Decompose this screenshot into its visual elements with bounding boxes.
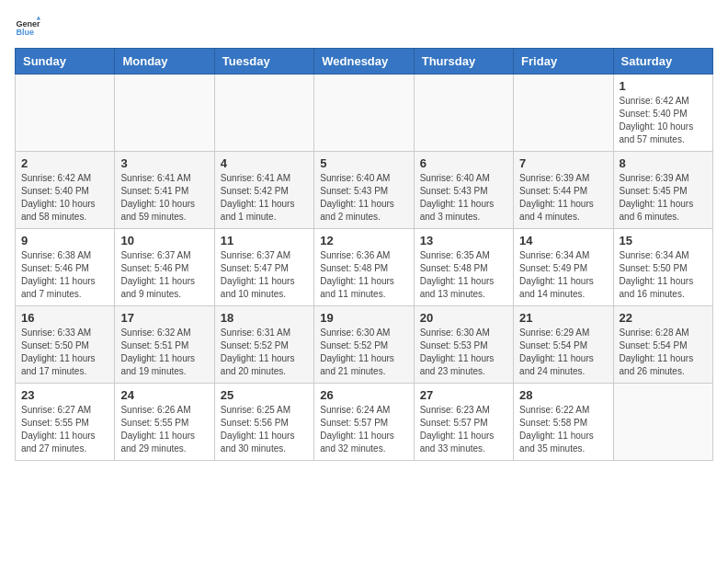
day-number: 26 xyxy=(320,388,407,402)
day-info: Sunrise: 6:37 AM Sunset: 5:47 PM Dayligh… xyxy=(221,249,308,301)
calendar-cell: 9Sunrise: 6:38 AM Sunset: 5:46 PM Daylig… xyxy=(16,229,115,306)
day-number: 18 xyxy=(221,311,308,325)
svg-text:General: General xyxy=(16,19,40,29)
day-info: Sunrise: 6:34 AM Sunset: 5:49 PM Dayligh… xyxy=(519,249,607,301)
calendar-cell xyxy=(314,75,414,152)
weekday-header: Thursday xyxy=(414,49,513,75)
calendar-cell: 7Sunrise: 6:39 AM Sunset: 5:44 PM Daylig… xyxy=(514,152,613,229)
day-number: 27 xyxy=(420,388,507,402)
day-info: Sunrise: 6:23 AM Sunset: 5:57 PM Dayligh… xyxy=(420,404,507,455)
day-info: Sunrise: 6:36 AM Sunset: 5:48 PM Dayligh… xyxy=(320,249,407,301)
day-number: 5 xyxy=(320,156,407,170)
calendar-cell: 13Sunrise: 6:35 AM Sunset: 5:48 PM Dayli… xyxy=(414,229,513,306)
calendar-cell xyxy=(115,75,214,152)
day-number: 28 xyxy=(519,388,607,402)
day-info: Sunrise: 6:29 AM Sunset: 5:54 PM Dayligh… xyxy=(519,327,607,378)
calendar-cell: 12Sunrise: 6:36 AM Sunset: 5:48 PM Dayli… xyxy=(314,229,414,306)
day-number: 6 xyxy=(420,156,507,170)
day-number: 7 xyxy=(519,156,607,170)
calendar-cell xyxy=(613,384,712,461)
calendar-cell: 27Sunrise: 6:23 AM Sunset: 5:57 PM Dayli… xyxy=(414,384,513,461)
svg-marker-2 xyxy=(37,16,40,19)
day-info: Sunrise: 6:41 AM Sunset: 5:41 PM Dayligh… xyxy=(120,172,208,224)
day-info: Sunrise: 6:30 AM Sunset: 5:52 PM Dayligh… xyxy=(320,327,407,378)
day-info: Sunrise: 6:27 AM Sunset: 5:55 PM Dayligh… xyxy=(21,404,108,455)
weekday-header: Wednesday xyxy=(314,49,414,75)
calendar-cell xyxy=(214,75,313,152)
day-info: Sunrise: 6:25 AM Sunset: 5:56 PM Dayligh… xyxy=(221,404,308,455)
page-header: General Blue xyxy=(15,15,713,40)
day-number: 2 xyxy=(21,156,108,170)
calendar-cell xyxy=(414,75,513,152)
weekday-header: Monday xyxy=(115,49,214,75)
day-info: Sunrise: 6:42 AM Sunset: 5:40 PM Dayligh… xyxy=(620,95,707,146)
calendar-cell: 25Sunrise: 6:25 AM Sunset: 5:56 PM Dayli… xyxy=(214,384,313,461)
day-number: 3 xyxy=(120,156,208,170)
day-number: 25 xyxy=(221,388,308,402)
day-info: Sunrise: 6:41 AM Sunset: 5:42 PM Dayligh… xyxy=(221,172,308,224)
day-number: 1 xyxy=(620,79,707,93)
day-number: 10 xyxy=(120,234,208,247)
day-info: Sunrise: 6:38 AM Sunset: 5:46 PM Dayligh… xyxy=(21,249,108,301)
day-info: Sunrise: 6:33 AM Sunset: 5:50 PM Dayligh… xyxy=(21,327,108,378)
day-number: 9 xyxy=(21,234,108,247)
day-info: Sunrise: 6:26 AM Sunset: 5:55 PM Dayligh… xyxy=(120,404,208,455)
day-info: Sunrise: 6:39 AM Sunset: 5:45 PM Dayligh… xyxy=(620,172,707,224)
day-info: Sunrise: 6:39 AM Sunset: 5:44 PM Dayligh… xyxy=(519,172,607,224)
day-info: Sunrise: 6:30 AM Sunset: 5:53 PM Dayligh… xyxy=(420,327,507,378)
day-number: 19 xyxy=(320,311,407,325)
day-info: Sunrise: 6:35 AM Sunset: 5:48 PM Dayligh… xyxy=(420,249,507,301)
day-number: 17 xyxy=(120,311,208,325)
day-info: Sunrise: 6:28 AM Sunset: 5:54 PM Dayligh… xyxy=(620,327,707,378)
day-number: 24 xyxy=(120,388,208,402)
day-info: Sunrise: 6:40 AM Sunset: 5:43 PM Dayligh… xyxy=(420,172,507,224)
calendar-cell: 23Sunrise: 6:27 AM Sunset: 5:55 PM Dayli… xyxy=(16,384,115,461)
day-number: 13 xyxy=(420,234,507,247)
calendar: SundayMondayTuesdayWednesdayThursdayFrid… xyxy=(15,48,713,461)
day-number: 20 xyxy=(420,311,507,325)
calendar-cell: 10Sunrise: 6:37 AM Sunset: 5:46 PM Dayli… xyxy=(115,229,214,306)
day-number: 16 xyxy=(21,311,108,325)
calendar-header: SundayMondayTuesdayWednesdayThursdayFrid… xyxy=(16,49,713,75)
day-info: Sunrise: 6:31 AM Sunset: 5:52 PM Dayligh… xyxy=(221,327,308,378)
day-number: 15 xyxy=(620,234,707,247)
calendar-cell: 6Sunrise: 6:40 AM Sunset: 5:43 PM Daylig… xyxy=(414,152,513,229)
calendar-cell: 28Sunrise: 6:22 AM Sunset: 5:58 PM Dayli… xyxy=(514,384,613,461)
logo: General Blue xyxy=(15,15,44,40)
day-number: 21 xyxy=(519,311,607,325)
calendar-cell: 24Sunrise: 6:26 AM Sunset: 5:55 PM Dayli… xyxy=(115,384,214,461)
calendar-cell xyxy=(514,75,613,152)
day-info: Sunrise: 6:42 AM Sunset: 5:40 PM Dayligh… xyxy=(21,172,108,224)
day-number: 14 xyxy=(519,234,607,247)
day-number: 22 xyxy=(620,311,707,325)
calendar-cell: 4Sunrise: 6:41 AM Sunset: 5:42 PM Daylig… xyxy=(214,152,313,229)
calendar-cell: 11Sunrise: 6:37 AM Sunset: 5:47 PM Dayli… xyxy=(214,229,313,306)
calendar-cell: 22Sunrise: 6:28 AM Sunset: 5:54 PM Dayli… xyxy=(613,306,712,384)
day-info: Sunrise: 6:24 AM Sunset: 5:57 PM Dayligh… xyxy=(320,404,407,455)
day-info: Sunrise: 6:40 AM Sunset: 5:43 PM Dayligh… xyxy=(320,172,407,224)
calendar-cell: 26Sunrise: 6:24 AM Sunset: 5:57 PM Dayli… xyxy=(314,384,414,461)
calendar-cell: 15Sunrise: 6:34 AM Sunset: 5:50 PM Dayli… xyxy=(613,229,712,306)
calendar-cell: 18Sunrise: 6:31 AM Sunset: 5:52 PM Dayli… xyxy=(214,306,313,384)
calendar-cell xyxy=(16,75,115,152)
calendar-cell: 14Sunrise: 6:34 AM Sunset: 5:49 PM Dayli… xyxy=(514,229,613,306)
weekday-header: Sunday xyxy=(16,49,115,75)
day-number: 12 xyxy=(320,234,407,247)
calendar-body: 1Sunrise: 6:42 AM Sunset: 5:40 PM Daylig… xyxy=(16,75,713,461)
day-info: Sunrise: 6:32 AM Sunset: 5:51 PM Dayligh… xyxy=(120,327,208,378)
calendar-cell: 2Sunrise: 6:42 AM Sunset: 5:40 PM Daylig… xyxy=(16,152,115,229)
svg-text:Blue: Blue xyxy=(16,28,34,37)
day-number: 23 xyxy=(21,388,108,402)
calendar-cell: 8Sunrise: 6:39 AM Sunset: 5:45 PM Daylig… xyxy=(613,152,712,229)
calendar-cell: 19Sunrise: 6:30 AM Sunset: 5:52 PM Dayli… xyxy=(314,306,414,384)
day-number: 11 xyxy=(221,234,308,247)
logo-icon: General Blue xyxy=(15,15,40,40)
calendar-cell: 1Sunrise: 6:42 AM Sunset: 5:40 PM Daylig… xyxy=(613,75,712,152)
day-number: 4 xyxy=(221,156,308,170)
day-number: 8 xyxy=(620,156,707,170)
calendar-cell: 5Sunrise: 6:40 AM Sunset: 5:43 PM Daylig… xyxy=(314,152,414,229)
calendar-cell: 3Sunrise: 6:41 AM Sunset: 5:41 PM Daylig… xyxy=(115,152,214,229)
calendar-cell: 16Sunrise: 6:33 AM Sunset: 5:50 PM Dayli… xyxy=(16,306,115,384)
calendar-cell: 21Sunrise: 6:29 AM Sunset: 5:54 PM Dayli… xyxy=(514,306,613,384)
calendar-cell: 20Sunrise: 6:30 AM Sunset: 5:53 PM Dayli… xyxy=(414,306,513,384)
